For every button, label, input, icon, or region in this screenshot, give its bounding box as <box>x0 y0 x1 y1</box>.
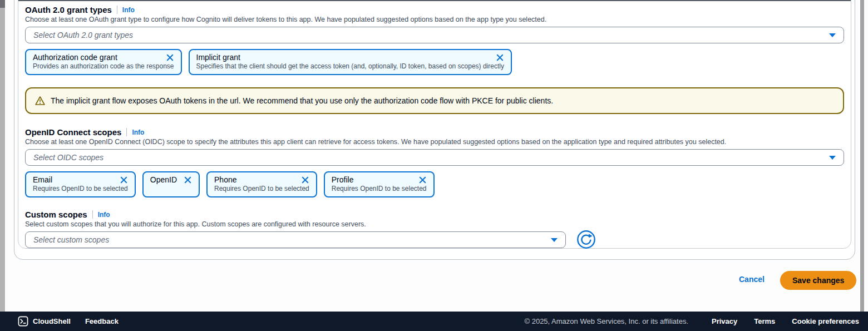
cloudshell-button[interactable]: CloudShell <box>18 316 71 327</box>
terms-link[interactable]: Terms <box>754 317 775 325</box>
chip-implicit-grant: Implicit grant Specifies that the client… <box>189 49 512 75</box>
oauth-grant-types-heading: OAuth 2.0 grant types Info <box>25 5 135 14</box>
chip-profile: Profile Requires OpenID to be selected <box>324 171 435 197</box>
custom-scopes-heading: Custom scopes Info <box>25 210 110 219</box>
save-changes-button[interactable]: Save changes <box>780 271 856 290</box>
left-scrollbar-thumb[interactable] <box>0 0 5 8</box>
oidc-scopes-select-placeholder: Select OIDC scopes <box>33 153 829 162</box>
cancel-button[interactable]: Cancel <box>739 275 765 284</box>
chip-openid: OpenID <box>142 171 200 197</box>
custom-scopes-select-placeholder: Select custom scopes <box>33 235 551 244</box>
chip-description: Provides an authorization code as the re… <box>33 62 174 70</box>
implicit-grant-warning-alert: The implicit grant flow exposes OAuth to… <box>25 87 844 114</box>
custom-scopes-info-link[interactable]: Info <box>98 211 110 219</box>
refresh-icon <box>576 230 596 249</box>
chip-label: Profile <box>332 175 354 184</box>
remove-implicit-grant-icon[interactable] <box>496 53 504 62</box>
oidc-scopes-select[interactable]: Select OIDC scopes <box>25 149 844 166</box>
chip-description: Requires OpenID to be selected <box>214 185 309 192</box>
heading-separator <box>126 128 127 136</box>
oidc-scopes-description: Choose at least one OpenID Connect (OIDC… <box>25 138 726 146</box>
oauth-grant-types-select[interactable]: Select OAuth 2.0 grant types <box>25 27 844 43</box>
section-top-divider <box>18 0 851 1</box>
warning-message: The implicit grant flow exposes OAuth to… <box>51 96 553 105</box>
chevron-down-icon <box>829 156 836 160</box>
remove-email-icon[interactable] <box>120 176 128 184</box>
remove-authorization-code-grant-icon[interactable] <box>166 53 174 62</box>
chip-label: Email <box>33 175 52 184</box>
refresh-custom-scopes-button[interactable] <box>576 230 596 249</box>
oauth-grant-types-select-placeholder: Select OAuth 2.0 grant types <box>33 31 829 39</box>
oauth-grant-types-title: OAuth 2.0 grant types <box>25 5 112 14</box>
oidc-scopes-chip-row: Email Requires OpenID to be selected Ope… <box>25 171 435 197</box>
chip-phone: Phone Requires OpenID to be selected <box>206 171 317 197</box>
oidc-scopes-title: OpenID Connect scopes <box>25 127 121 137</box>
oauth-grant-types-description: Choose at least one OAuth grant type to … <box>25 16 546 23</box>
chevron-down-icon <box>829 33 836 37</box>
privacy-link[interactable]: Privacy <box>712 317 737 325</box>
remove-openid-icon[interactable] <box>184 176 192 184</box>
chip-label: Authorization code grant <box>33 53 117 62</box>
feedback-button[interactable]: Feedback <box>85 317 119 325</box>
heading-separator <box>92 210 93 219</box>
warning-triangle-icon <box>35 96 45 106</box>
chip-label: Phone <box>214 175 236 184</box>
left-scrollbar[interactable] <box>0 0 5 312</box>
oidc-scopes-info-link[interactable]: Info <box>132 129 144 136</box>
oauth-grant-types-info-link[interactable]: Info <box>122 6 135 14</box>
oauth-grant-types-chip-row: Authorization code grant Provides an aut… <box>25 49 512 75</box>
custom-scopes-title: Custom scopes <box>25 210 87 219</box>
chip-label: OpenID <box>150 175 177 184</box>
oidc-scopes-heading: OpenID Connect scopes Info <box>25 127 144 137</box>
custom-scopes-description: Select custom scopes that you will autho… <box>25 220 366 228</box>
chip-description: Requires OpenID to be selected <box>33 185 128 192</box>
chip-authorization-code-grant: Authorization code grant Provides an aut… <box>25 49 182 75</box>
chip-email: Email Requires OpenID to be selected <box>25 171 136 197</box>
vertical-scrollbar-thumb[interactable] <box>860 0 864 312</box>
console-footer: CloudShell Feedback © 2025, Amazon Web S… <box>0 312 868 331</box>
vertical-scrollbar[interactable] <box>860 0 865 312</box>
cognito-app-client-oauth-page: OAuth 2.0 grant types Info Choose at lea… <box>0 0 868 331</box>
cloudshell-terminal-icon <box>18 316 28 327</box>
custom-scopes-select[interactable]: Select custom scopes <box>25 231 566 248</box>
chevron-down-icon <box>551 238 558 242</box>
cookie-preferences-link[interactable]: Cookie preferences <box>792 317 859 325</box>
remove-phone-icon[interactable] <box>301 176 309 184</box>
cloudshell-label: CloudShell <box>33 317 71 325</box>
chip-label: Implicit grant <box>196 53 240 62</box>
chip-description: Requires OpenID to be selected <box>332 185 427 192</box>
chip-description: Specifies that the client should get the… <box>196 62 504 70</box>
copyright-text: © 2025, Amazon Web Services, Inc. or its… <box>524 317 688 325</box>
heading-separator <box>117 6 117 14</box>
remove-profile-icon[interactable] <box>418 176 427 184</box>
